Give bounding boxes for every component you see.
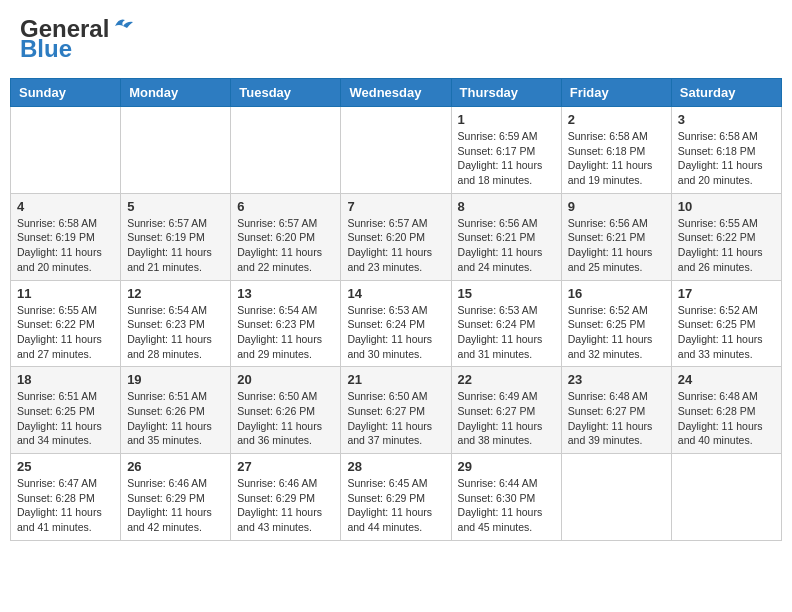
calendar-cell: 23Sunrise: 6:48 AM Sunset: 6:27 PM Dayli… <box>561 367 671 454</box>
calendar-cell <box>671 454 781 541</box>
day-number: 7 <box>347 199 444 214</box>
day-info: Sunrise: 6:46 AM Sunset: 6:29 PM Dayligh… <box>127 476 224 535</box>
day-number: 26 <box>127 459 224 474</box>
calendar-cell: 10Sunrise: 6:55 AM Sunset: 6:22 PM Dayli… <box>671 193 781 280</box>
day-info: Sunrise: 6:53 AM Sunset: 6:24 PM Dayligh… <box>347 303 444 362</box>
day-number: 6 <box>237 199 334 214</box>
day-info: Sunrise: 6:56 AM Sunset: 6:21 PM Dayligh… <box>568 216 665 275</box>
calendar-cell: 24Sunrise: 6:48 AM Sunset: 6:28 PM Dayli… <box>671 367 781 454</box>
day-info: Sunrise: 6:57 AM Sunset: 6:20 PM Dayligh… <box>347 216 444 275</box>
day-number: 12 <box>127 286 224 301</box>
day-info: Sunrise: 6:44 AM Sunset: 6:30 PM Dayligh… <box>458 476 555 535</box>
day-info: Sunrise: 6:55 AM Sunset: 6:22 PM Dayligh… <box>17 303 114 362</box>
day-number: 3 <box>678 112 775 127</box>
day-info: Sunrise: 6:52 AM Sunset: 6:25 PM Dayligh… <box>568 303 665 362</box>
day-info: Sunrise: 6:55 AM Sunset: 6:22 PM Dayligh… <box>678 216 775 275</box>
day-info: Sunrise: 6:57 AM Sunset: 6:19 PM Dayligh… <box>127 216 224 275</box>
calendar-week-row: 25Sunrise: 6:47 AM Sunset: 6:28 PM Dayli… <box>11 454 782 541</box>
day-info: Sunrise: 6:58 AM Sunset: 6:18 PM Dayligh… <box>568 129 665 188</box>
calendar-cell <box>121 107 231 194</box>
day-info: Sunrise: 6:57 AM Sunset: 6:20 PM Dayligh… <box>237 216 334 275</box>
day-info: Sunrise: 6:45 AM Sunset: 6:29 PM Dayligh… <box>347 476 444 535</box>
calendar-cell: 25Sunrise: 6:47 AM Sunset: 6:28 PM Dayli… <box>11 454 121 541</box>
col-header-monday: Monday <box>121 79 231 107</box>
day-number: 23 <box>568 372 665 387</box>
day-info: Sunrise: 6:59 AM Sunset: 6:17 PM Dayligh… <box>458 129 555 188</box>
day-number: 18 <box>17 372 114 387</box>
calendar-cell: 28Sunrise: 6:45 AM Sunset: 6:29 PM Dayli… <box>341 454 451 541</box>
calendar-cell: 11Sunrise: 6:55 AM Sunset: 6:22 PM Dayli… <box>11 280 121 367</box>
calendar-cell: 29Sunrise: 6:44 AM Sunset: 6:30 PM Dayli… <box>451 454 561 541</box>
calendar-week-row: 1Sunrise: 6:59 AM Sunset: 6:17 PM Daylig… <box>11 107 782 194</box>
calendar-cell: 27Sunrise: 6:46 AM Sunset: 6:29 PM Dayli… <box>231 454 341 541</box>
day-info: Sunrise: 6:50 AM Sunset: 6:26 PM Dayligh… <box>237 389 334 448</box>
day-info: Sunrise: 6:48 AM Sunset: 6:28 PM Dayligh… <box>678 389 775 448</box>
page-header: General Blue <box>10 10 782 68</box>
day-number: 2 <box>568 112 665 127</box>
calendar-cell: 4Sunrise: 6:58 AM Sunset: 6:19 PM Daylig… <box>11 193 121 280</box>
day-info: Sunrise: 6:51 AM Sunset: 6:26 PM Dayligh… <box>127 389 224 448</box>
day-info: Sunrise: 6:54 AM Sunset: 6:23 PM Dayligh… <box>127 303 224 362</box>
day-number: 13 <box>237 286 334 301</box>
day-number: 29 <box>458 459 555 474</box>
calendar-week-row: 11Sunrise: 6:55 AM Sunset: 6:22 PM Dayli… <box>11 280 782 367</box>
calendar-cell: 26Sunrise: 6:46 AM Sunset: 6:29 PM Dayli… <box>121 454 231 541</box>
col-header-tuesday: Tuesday <box>231 79 341 107</box>
day-info: Sunrise: 6:47 AM Sunset: 6:28 PM Dayligh… <box>17 476 114 535</box>
day-info: Sunrise: 6:58 AM Sunset: 6:19 PM Dayligh… <box>17 216 114 275</box>
calendar-cell <box>231 107 341 194</box>
calendar-cell <box>341 107 451 194</box>
day-info: Sunrise: 6:52 AM Sunset: 6:25 PM Dayligh… <box>678 303 775 362</box>
day-number: 25 <box>17 459 114 474</box>
day-number: 1 <box>458 112 555 127</box>
logo-blue: Blue <box>20 35 72 63</box>
logo: General Blue <box>20 15 133 63</box>
calendar-cell: 16Sunrise: 6:52 AM Sunset: 6:25 PM Dayli… <box>561 280 671 367</box>
calendar-cell <box>11 107 121 194</box>
logo-bird-icon <box>111 16 133 34</box>
calendar-cell: 19Sunrise: 6:51 AM Sunset: 6:26 PM Dayli… <box>121 367 231 454</box>
calendar-header-row: SundayMondayTuesdayWednesdayThursdayFrid… <box>11 79 782 107</box>
calendar-cell: 6Sunrise: 6:57 AM Sunset: 6:20 PM Daylig… <box>231 193 341 280</box>
calendar-cell: 14Sunrise: 6:53 AM Sunset: 6:24 PM Dayli… <box>341 280 451 367</box>
calendar-cell: 22Sunrise: 6:49 AM Sunset: 6:27 PM Dayli… <box>451 367 561 454</box>
day-number: 27 <box>237 459 334 474</box>
calendar-cell: 3Sunrise: 6:58 AM Sunset: 6:18 PM Daylig… <box>671 107 781 194</box>
day-info: Sunrise: 6:48 AM Sunset: 6:27 PM Dayligh… <box>568 389 665 448</box>
day-number: 11 <box>17 286 114 301</box>
calendar-cell: 13Sunrise: 6:54 AM Sunset: 6:23 PM Dayli… <box>231 280 341 367</box>
calendar-cell: 21Sunrise: 6:50 AM Sunset: 6:27 PM Dayli… <box>341 367 451 454</box>
day-number: 16 <box>568 286 665 301</box>
col-header-wednesday: Wednesday <box>341 79 451 107</box>
calendar-cell: 17Sunrise: 6:52 AM Sunset: 6:25 PM Dayli… <box>671 280 781 367</box>
calendar-cell: 12Sunrise: 6:54 AM Sunset: 6:23 PM Dayli… <box>121 280 231 367</box>
calendar-week-row: 18Sunrise: 6:51 AM Sunset: 6:25 PM Dayli… <box>11 367 782 454</box>
day-number: 22 <box>458 372 555 387</box>
day-info: Sunrise: 6:56 AM Sunset: 6:21 PM Dayligh… <box>458 216 555 275</box>
day-number: 14 <box>347 286 444 301</box>
calendar-cell: 5Sunrise: 6:57 AM Sunset: 6:19 PM Daylig… <box>121 193 231 280</box>
day-info: Sunrise: 6:53 AM Sunset: 6:24 PM Dayligh… <box>458 303 555 362</box>
calendar-cell: 18Sunrise: 6:51 AM Sunset: 6:25 PM Dayli… <box>11 367 121 454</box>
day-number: 9 <box>568 199 665 214</box>
day-number: 21 <box>347 372 444 387</box>
col-header-thursday: Thursday <box>451 79 561 107</box>
col-header-saturday: Saturday <box>671 79 781 107</box>
calendar-cell <box>561 454 671 541</box>
calendar-cell: 9Sunrise: 6:56 AM Sunset: 6:21 PM Daylig… <box>561 193 671 280</box>
day-number: 24 <box>678 372 775 387</box>
day-number: 8 <box>458 199 555 214</box>
day-number: 17 <box>678 286 775 301</box>
day-info: Sunrise: 6:49 AM Sunset: 6:27 PM Dayligh… <box>458 389 555 448</box>
col-header-sunday: Sunday <box>11 79 121 107</box>
day-info: Sunrise: 6:46 AM Sunset: 6:29 PM Dayligh… <box>237 476 334 535</box>
day-number: 19 <box>127 372 224 387</box>
day-info: Sunrise: 6:58 AM Sunset: 6:18 PM Dayligh… <box>678 129 775 188</box>
day-number: 10 <box>678 199 775 214</box>
calendar-cell: 15Sunrise: 6:53 AM Sunset: 6:24 PM Dayli… <box>451 280 561 367</box>
day-number: 15 <box>458 286 555 301</box>
day-info: Sunrise: 6:54 AM Sunset: 6:23 PM Dayligh… <box>237 303 334 362</box>
day-number: 28 <box>347 459 444 474</box>
day-info: Sunrise: 6:50 AM Sunset: 6:27 PM Dayligh… <box>347 389 444 448</box>
day-number: 5 <box>127 199 224 214</box>
